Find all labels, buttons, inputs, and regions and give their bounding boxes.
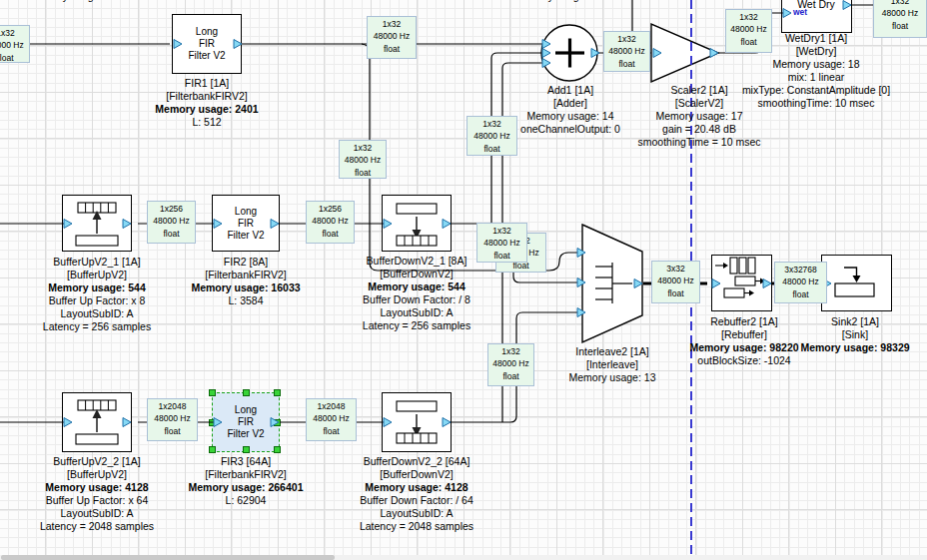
caption-line: LayoutSubID: A	[257, 306, 576, 319]
wetdry1-wet-pin-label: wet	[793, 7, 807, 17]
wire-type-label: 3x32 48000 Hz float	[651, 261, 700, 303]
caption-line: Buffer Down Factor: / 8	[257, 293, 576, 306]
interleave-icon	[595, 263, 632, 303]
caption-line: [BufferDownV2]	[257, 268, 576, 280]
caption-line: BufferDownV2_1 [8A]	[257, 255, 576, 268]
caption-line: Memory usage: 544	[257, 280, 576, 293]
caption-line: L: 512	[47, 116, 367, 129]
wire-type-label: 1x2048 48000 Hz float	[306, 398, 357, 441]
layout-canvas[interactable]: Long FIR Filter V2 Wet Dry wet Long FIR …	[0, 0, 927, 560]
caption-line: Memory usage: 4128	[257, 481, 576, 494]
selection-handle[interactable]	[274, 446, 281, 453]
caption-line: Memory usage: 17	[539, 110, 859, 123]
add1-input-pin-3[interactable]	[542, 59, 550, 68]
block-bufferupv2-1[interactable]	[62, 195, 132, 252]
caption-line: mix: 1 linear	[656, 71, 927, 84]
wire-type-label: 1x256 48000 Hz float	[147, 201, 196, 244]
block-fir1[interactable]: Long FIR Filter V2	[172, 14, 242, 74]
caption-line: FIR1 [1A]	[47, 77, 367, 90]
block-bufferupv2-2[interactable]	[62, 392, 132, 452]
wire-type-label: 1x32 48000 Hz float	[367, 16, 417, 59]
caption-line: [BufferDownV2]	[257, 468, 576, 481]
add1-output-pin[interactable]	[591, 49, 599, 58]
caption-line: Memory usage: 18	[656, 58, 927, 71]
caption-line: outBlockSize: -1024	[584, 354, 904, 367]
add1-input-pin-1[interactable]	[542, 40, 550, 49]
block-rebuffer2[interactable]	[711, 255, 772, 311]
selection-handle[interactable]	[243, 446, 250, 453]
wire-type-label: 1x2048 48000 Hz float	[147, 398, 198, 441]
caption-line: [WetDry]	[656, 45, 927, 58]
bufferdownv2-2-caption: BufferDownV2_2 [64A] [BufferDownV2] Memo…	[257, 455, 576, 533]
caption-line: Latency = 256 samples	[0, 320, 257, 333]
selection-handle[interactable]	[274, 419, 281, 426]
selection-handle[interactable]	[274, 389, 281, 396]
caption-line: BufferDownV2_2 [64A]	[257, 455, 576, 468]
caption-line: Buffer Down Factor: / 64	[257, 494, 576, 507]
caption-line: Memory usage: 2401	[47, 103, 367, 116]
interleave2-input-pin-2[interactable]	[577, 279, 585, 287]
sink2-caption: Sink2 [1A] [Sink] Memory usage: 98329	[695, 315, 927, 354]
caption-line: Memory usage: 98329	[695, 341, 927, 354]
caption-line: LayoutSubID: A	[0, 307, 257, 320]
selection-handle[interactable]	[209, 389, 216, 396]
wire-type-label: 1x32 48000 Hz float	[0, 25, 30, 63]
caption-line: gain = 20.48 dB	[539, 123, 859, 136]
horizontal-scrollbar-thumb[interactable]	[1, 555, 335, 560]
selection-handle[interactable]	[243, 389, 250, 396]
caption-line: mixType: ConstantAmplitude [0]	[656, 84, 927, 97]
wire-type-label: 1x256 48000 Hz float	[306, 201, 355, 244]
block-fir2[interactable]: Long FIR Filter V2	[212, 195, 280, 252]
caption-line: LayoutSubID: A	[257, 507, 576, 520]
caption-line: LayoutSubID: A	[0, 507, 257, 520]
caption-line: Memory usage: 13	[453, 371, 772, 384]
caption-line: smoothingTime: 10 msec	[656, 97, 927, 110]
block-add1[interactable]	[541, 25, 597, 81]
fir3-body-label: Long FIR Filter V2	[213, 393, 279, 451]
selection-handle[interactable]	[209, 446, 216, 453]
block-sink2[interactable]	[821, 255, 892, 311]
block-bufferdownv2-2[interactable]	[382, 392, 452, 452]
caption-line: Sink2 [1A]	[695, 315, 927, 328]
wire-type-label: 1x32 48000 Hz float	[339, 140, 387, 179]
interleave2-input-pin-1[interactable]	[577, 249, 585, 258]
caption-line: Latency = 2048 samples	[0, 520, 257, 533]
fir2-body-label: Long FIR Filter V2	[213, 196, 279, 251]
block-bufferdownv2-1[interactable]	[382, 195, 452, 252]
wire-type-label: 1x32 48000 Hz float	[603, 31, 650, 72]
wetdry1-caption: WetDry1 [1A] [WetDry] Memory usage: 18 m…	[656, 32, 927, 110]
fir1-body-label: Long FIR Filter V2	[173, 15, 241, 73]
clipped-caption-top-left: Memory usage: 0	[30, 0, 111, 2]
plus-icon	[555, 39, 584, 68]
caption-line: smoothingTime = 10 msec	[539, 136, 859, 149]
caption-line: [FilterbankFIRV2]	[47, 90, 367, 103]
caption-line: WetDry1 [1A]	[656, 32, 927, 45]
selection-handle[interactable]	[209, 419, 216, 426]
clipped-caption-top-center: Memory usage: 0	[515, 0, 596, 2]
caption-line: Latency = 256 samples	[257, 319, 576, 332]
bufferdownv2-1-caption: BufferDownV2_1 [8A] [BufferDownV2] Memor…	[257, 255, 576, 332]
block-fir3-selected[interactable]: Long FIR Filter V2	[212, 392, 280, 452]
wire-type-label: 3x32768 48000 Hz float	[774, 262, 827, 303]
caption-line: Latency = 2048 samples	[257, 520, 576, 533]
fir1-caption: FIR1 [1A] [FilterbankFIRV2] Memory usage…	[47, 77, 367, 129]
interleave2-output-pin[interactable]	[634, 280, 642, 288]
caption-line: [Sink]	[695, 328, 927, 341]
add1-input-pin-2[interactable]	[542, 49, 550, 58]
